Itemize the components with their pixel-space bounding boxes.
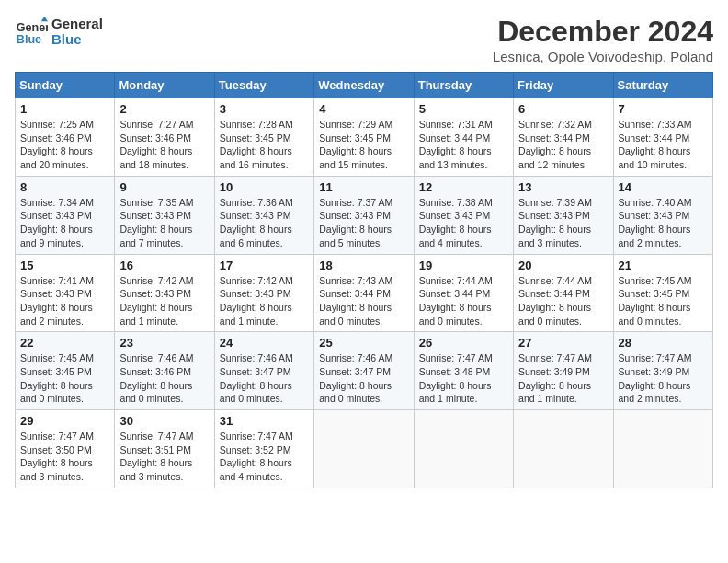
day-info: Sunrise: 7:47 AM Sunset: 3:52 PM Dayligh… [220,430,309,484]
daylight-label: Daylight: 8 hours and 10 minutes. [619,145,691,170]
week-row-4: 22 Sunrise: 7:45 AM Sunset: 3:45 PM Dayl… [16,332,713,410]
sunset-label: Sunset: 3:51 PM [119,444,191,455]
daylight-label: Daylight: 8 hours and 2 minutes. [619,380,691,405]
weekday-header-thursday: Thursday [414,73,513,98]
daylight-label: Daylight: 8 hours and 0 minutes. [518,302,591,327]
day-number: 30 [119,414,209,428]
daylight-label: Daylight: 8 hours and 1 minute. [220,302,292,327]
sunset-label: Sunset: 3:47 PM [220,366,291,377]
daylight-label: Daylight: 8 hours and 2 minutes. [619,224,691,248]
sunset-label: Sunset: 3:49 PM [518,366,590,377]
day-cell-15: 15 Sunrise: 7:41 AM Sunset: 3:43 PM Dayl… [16,254,115,332]
day-cell-7: 7 Sunrise: 7:33 AM Sunset: 3:44 PM Dayli… [613,98,712,177]
weekday-header-tuesday: Tuesday [214,73,313,98]
sunset-label: Sunset: 3:46 PM [20,132,92,144]
day-cell-28: 28 Sunrise: 7:47 AM Sunset: 3:49 PM Dayl… [613,332,712,410]
day-number: 19 [419,259,508,272]
day-number: 13 [518,180,608,194]
day-number: 6 [518,102,608,116]
day-cell-1: 1 Sunrise: 7:25 AM Sunset: 3:46 PM Dayli… [16,98,115,177]
sunset-label: Sunset: 3:43 PM [518,210,590,221]
day-cell-22: 22 Sunrise: 7:45 AM Sunset: 3:45 PM Dayl… [16,332,115,410]
daylight-label: Daylight: 8 hours and 5 minutes. [319,224,392,248]
day-number: 31 [220,414,309,428]
sunrise-label: Sunrise: 7:42 AM [119,275,193,286]
daylight-label: Daylight: 8 hours and 3 minutes. [119,457,192,482]
sunrise-label: Sunrise: 7:28 AM [220,119,293,130]
day-cell-5: 5 Sunrise: 7:31 AM Sunset: 3:44 PM Dayli… [414,98,513,177]
title-area: December 2024 Lesnica, Opole Voivodeship… [493,15,713,64]
day-info: Sunrise: 7:32 AM Sunset: 3:44 PM Dayligh… [518,118,608,172]
sunset-label: Sunset: 3:45 PM [20,366,92,377]
sunset-label: Sunset: 3:45 PM [220,132,291,144]
day-number: 16 [119,259,209,272]
day-number: 14 [619,180,708,194]
day-number: 17 [220,259,309,272]
daylight-label: Daylight: 8 hours and 0 minutes. [619,302,691,327]
sunset-label: Sunset: 3:43 PM [20,288,92,299]
daylight-label: Daylight: 8 hours and 3 minutes. [518,224,591,248]
empty-cell [514,410,613,488]
day-info: Sunrise: 7:45 AM Sunset: 3:45 PM Dayligh… [619,274,708,328]
daylight-label: Daylight: 8 hours and 0 minutes. [220,380,292,405]
weekday-header-wednesday: Wednesday [314,73,414,98]
day-number: 4 [319,102,408,116]
calendar: SundayMondayTuesdayWednesdayThursdayFrid… [15,72,713,488]
empty-cell [314,410,414,488]
sunrise-label: Sunrise: 7:47 AM [20,431,94,442]
day-info: Sunrise: 7:46 AM Sunset: 3:47 PM Dayligh… [319,351,408,406]
week-row-3: 15 Sunrise: 7:41 AM Sunset: 3:43 PM Dayl… [16,254,713,332]
weekday-header-saturday: Saturday [613,73,712,98]
sunset-label: Sunset: 3:43 PM [20,210,92,221]
header: General Blue GeneralBlue December 2024 L… [15,15,713,64]
day-number: 3 [220,102,309,116]
sunrise-label: Sunrise: 7:37 AM [319,197,392,208]
sunset-label: Sunset: 3:44 PM [518,132,590,144]
sunset-label: Sunset: 3:44 PM [419,288,491,299]
day-number: 24 [220,336,309,350]
sunset-label: Sunset: 3:46 PM [119,132,191,144]
day-cell-27: 27 Sunrise: 7:47 AM Sunset: 3:49 PM Dayl… [514,332,613,410]
daylight-label: Daylight: 8 hours and 1 minute. [119,302,192,327]
sunrise-label: Sunrise: 7:29 AM [319,119,392,130]
sunset-label: Sunset: 3:47 PM [319,366,391,377]
day-info: Sunrise: 7:44 AM Sunset: 3:44 PM Dayligh… [419,274,508,328]
logo-icon: General Blue [15,15,48,48]
day-number: 15 [20,259,109,272]
day-number: 20 [518,259,608,272]
day-cell-25: 25 Sunrise: 7:46 AM Sunset: 3:47 PM Dayl… [314,332,414,410]
day-cell-20: 20 Sunrise: 7:44 AM Sunset: 3:44 PM Dayl… [514,254,613,332]
logo: General Blue GeneralBlue [15,15,103,48]
day-number: 18 [319,259,408,272]
sunset-label: Sunset: 3:43 PM [319,210,391,221]
day-info: Sunrise: 7:47 AM Sunset: 3:51 PM Dayligh… [119,430,209,484]
sunset-label: Sunset: 3:48 PM [419,366,491,377]
sunrise-label: Sunrise: 7:33 AM [619,119,692,130]
daylight-label: Daylight: 8 hours and 0 minutes. [319,302,392,327]
day-info: Sunrise: 7:35 AM Sunset: 3:43 PM Dayligh… [119,196,209,250]
day-number: 29 [20,414,109,428]
day-info: Sunrise: 7:46 AM Sunset: 3:47 PM Dayligh… [220,351,309,406]
day-cell-2: 2 Sunrise: 7:27 AM Sunset: 3:46 PM Dayli… [115,98,214,177]
day-cell-9: 9 Sunrise: 7:35 AM Sunset: 3:43 PM Dayli… [115,176,214,254]
day-cell-3: 3 Sunrise: 7:28 AM Sunset: 3:45 PM Dayli… [214,98,313,177]
sunrise-label: Sunrise: 7:42 AM [220,275,293,286]
day-info: Sunrise: 7:44 AM Sunset: 3:44 PM Dayligh… [518,274,608,328]
day-cell-29: 29 Sunrise: 7:47 AM Sunset: 3:50 PM Dayl… [16,410,115,488]
sunrise-label: Sunrise: 7:47 AM [619,352,692,363]
daylight-label: Daylight: 8 hours and 2 minutes. [20,302,93,327]
week-row-5: 29 Sunrise: 7:47 AM Sunset: 3:50 PM Dayl… [16,410,713,488]
day-info: Sunrise: 7:27 AM Sunset: 3:46 PM Dayligh… [119,118,209,172]
day-number: 7 [619,102,708,116]
day-number: 8 [20,180,109,194]
day-cell-23: 23 Sunrise: 7:46 AM Sunset: 3:46 PM Dayl… [115,332,214,410]
sunrise-label: Sunrise: 7:47 AM [518,352,592,363]
day-info: Sunrise: 7:46 AM Sunset: 3:46 PM Dayligh… [119,351,209,406]
day-cell-4: 4 Sunrise: 7:29 AM Sunset: 3:45 PM Dayli… [314,98,414,177]
day-info: Sunrise: 7:37 AM Sunset: 3:43 PM Dayligh… [319,196,408,250]
day-info: Sunrise: 7:28 AM Sunset: 3:45 PM Dayligh… [220,118,309,172]
daylight-label: Daylight: 8 hours and 16 minutes. [220,145,292,170]
day-info: Sunrise: 7:38 AM Sunset: 3:43 PM Dayligh… [419,196,508,250]
sunrise-label: Sunrise: 7:41 AM [20,275,94,286]
weekday-header-row: SundayMondayTuesdayWednesdayThursdayFrid… [16,73,713,98]
